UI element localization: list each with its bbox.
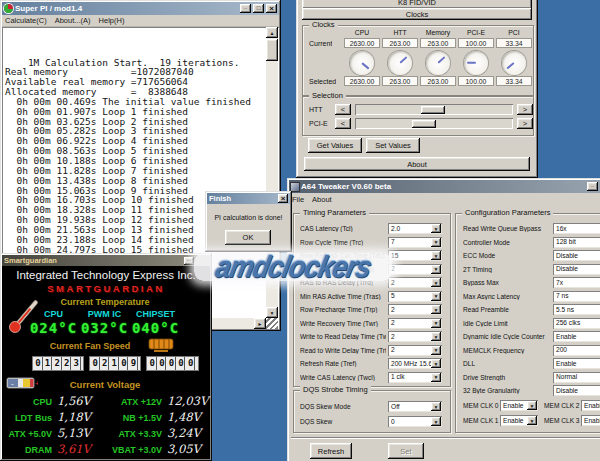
minimize-button[interactable]: _ [587, 182, 598, 191]
superpi-menubar: Calculate(C) About...(A) Help(H) [2, 15, 279, 27]
gauge-current-field[interactable]: 263.00 [420, 38, 456, 48]
timing-combobox[interactable]: 5 ▼ [388, 291, 442, 302]
finish-titlebar[interactable]: Finish × [207, 193, 290, 204]
config-combobox[interactable]: Disable ▼ [553, 264, 600, 275]
config-combobox[interactable]: Enable ▼ [553, 358, 600, 369]
timing-parameters-groupbox: Timing Parameters CAS Latency (Tcl) 2.0 … [293, 213, 451, 387]
config-combobox[interactable]: Disable ▼ [553, 385, 600, 396]
gauge-current-field[interactable]: 33.34 [496, 38, 532, 48]
chevron-down-icon[interactable]: ▼ [431, 319, 441, 328]
close-button[interactable]: × [266, 4, 277, 13]
menu-file[interactable]: File [289, 194, 309, 206]
set-button[interactable]: Set [388, 443, 424, 459]
timing-combobox[interactable]: 200 MHz 15.6us ▼ [388, 358, 442, 369]
timing-combobox[interactable]: 2 ▼ [388, 318, 442, 329]
close-icon[interactable]: × [278, 194, 288, 203]
timing-label: Write CAS Latency (Twcl) [300, 374, 386, 381]
chevron-down-icon[interactable]: ▼ [431, 332, 441, 341]
timing-combobox[interactable]: 2 ▼ [388, 345, 442, 356]
slider-thumb[interactable] [412, 120, 436, 128]
gauge-current-field[interactable]: 100.00 [458, 38, 494, 48]
gauge-selected-field[interactable]: 263.00 [420, 76, 456, 86]
menu-help[interactable]: Help(H) [96, 15, 130, 27]
menu-calculate[interactable]: Calculate(C) [2, 15, 52, 27]
slider-decrement-button[interactable]: < [335, 104, 351, 115]
timing-combobox[interactable]: 2 ▼ [388, 277, 442, 288]
finish-dialog: Finish × PI calculation is done! OK [205, 191, 292, 252]
voltage-label: NB +1.5V [104, 413, 164, 423]
menu-about[interactable]: About...(A) [52, 15, 96, 27]
scroll-up-button[interactable]: ▲ [266, 27, 278, 38]
dqs-combobox[interactable]: Off ▼ [388, 401, 442, 412]
memclk-combobox[interactable]: Enable ▼ [500, 415, 538, 426]
memclk-combobox[interactable]: Enable ▼ [500, 400, 538, 411]
timing-combobox[interactable]: 15 ▼ [388, 250, 442, 261]
gauge-current-field[interactable]: 263.00 [382, 38, 418, 48]
timing-combobox[interactable]: 2 ▼ [388, 331, 442, 342]
gauge-selected-field[interactable]: 100.00 [458, 76, 494, 86]
minimize-button[interactable]: _ [240, 4, 251, 13]
slider-track[interactable] [355, 104, 513, 115]
chevron-down-icon[interactable]: ▼ [431, 373, 441, 382]
config-combobox[interactable]: 256 clks ▼ [553, 318, 600, 329]
timing-combobox[interactable]: 1 clk ▼ [388, 372, 442, 383]
slider-track[interactable] [355, 118, 513, 129]
scroll-down-button[interactable]: ▼ [266, 307, 278, 318]
config-combobox[interactable]: Enable ▼ [553, 331, 600, 342]
about-button[interactable]: About [304, 157, 530, 171]
gauge-current-field[interactable]: 2630.00 [344, 38, 380, 48]
chevron-down-icon[interactable]: ▼ [431, 238, 441, 247]
chevron-down-icon[interactable]: ▼ [431, 265, 441, 274]
timing-combobox[interactable]: 2.0 ▼ [388, 223, 442, 234]
slider-increment-button[interactable]: > [517, 104, 533, 115]
smartguardian-titlebar[interactable]: Smartguardian _ [2, 255, 210, 266]
chevron-down-icon[interactable]: ▼ [431, 346, 441, 355]
voltage-value: 1,56V [54, 394, 104, 408]
memclk-combobox[interactable]: Enable ▼ [581, 400, 600, 411]
config-combobox[interactable]: 128 bit ▼ [553, 237, 600, 248]
a64-titlebar[interactable]: A64 Tweaker V0.60 beta _ □ [289, 180, 600, 193]
timing-combobox[interactable]: 7 ▼ [388, 237, 442, 248]
chevron-down-icon[interactable]: ▼ [527, 401, 537, 410]
chevron-down-icon[interactable]: ▼ [431, 402, 441, 411]
set-values-button[interactable]: Set Values [366, 138, 420, 153]
scroll-right-button[interactable]: ► [254, 318, 266, 329]
config-combobox[interactable]: 5.5 ns ▼ [553, 304, 600, 315]
get-values-button[interactable]: Get Values [308, 138, 362, 153]
timing-combobox[interactable]: 2 ▼ [388, 264, 442, 275]
config-combobox[interactable]: 200 ▼ [553, 345, 600, 356]
chevron-down-icon[interactable]: ▼ [431, 251, 441, 260]
slider-decrement-button[interactable]: < [335, 118, 351, 129]
chevron-down-icon[interactable]: ▼ [431, 292, 441, 301]
gauge-selected-field[interactable]: 263.00 [382, 76, 418, 86]
chevron-down-icon[interactable]: ▼ [431, 359, 441, 368]
clocks-section-button[interactable]: Clocks [302, 8, 532, 20]
memclk-combobox[interactable]: Enable ▼ [581, 415, 600, 426]
chevron-down-icon[interactable]: ▼ [431, 305, 441, 314]
config-combobox[interactable]: 7 ns ▼ [553, 291, 600, 302]
chevron-down-icon[interactable]: ▼ [431, 278, 441, 287]
chevron-down-icon[interactable]: ▼ [431, 417, 441, 426]
config-combobox[interactable]: 16x ▼ [553, 223, 600, 234]
gauge-selected-field[interactable]: 33.34 [496, 76, 532, 86]
vertical-scroll-thumb[interactable] [266, 39, 278, 61]
menu-about[interactable]: About [309, 194, 337, 206]
config-combobox[interactable]: 7x ▼ [553, 277, 600, 288]
voltage-label: ATX +12V [104, 397, 164, 407]
config-combobox[interactable]: Normal ▼ [553, 372, 600, 383]
superpi-titlebar[interactable]: Super PI / mod1.4 _ □ × [2, 2, 279, 15]
gauge-selected-field[interactable]: 2630.00 [344, 76, 380, 86]
slider-increment-button[interactable]: > [517, 118, 533, 129]
resize-grip[interactable] [266, 318, 278, 329]
ok-button[interactable]: OK [225, 230, 271, 245]
temp-label: PWM IC [88, 309, 122, 319]
voltage-grid: CPU 1,56V ATX +12V 12,03V LDT Bus 1,18V … [2, 394, 210, 456]
refresh-button[interactable]: Refresh [310, 443, 352, 459]
config-combobox[interactable]: Disable ▼ [553, 250, 600, 261]
slider-thumb[interactable] [421, 106, 445, 114]
chevron-down-icon[interactable]: ▼ [527, 416, 537, 425]
chevron-down-icon[interactable]: ▼ [431, 224, 441, 233]
maximize-button[interactable]: □ [253, 4, 264, 13]
dqs-combobox[interactable]: 0 ▼ [388, 416, 442, 427]
timing-combobox[interactable]: 2 ▼ [388, 304, 442, 315]
